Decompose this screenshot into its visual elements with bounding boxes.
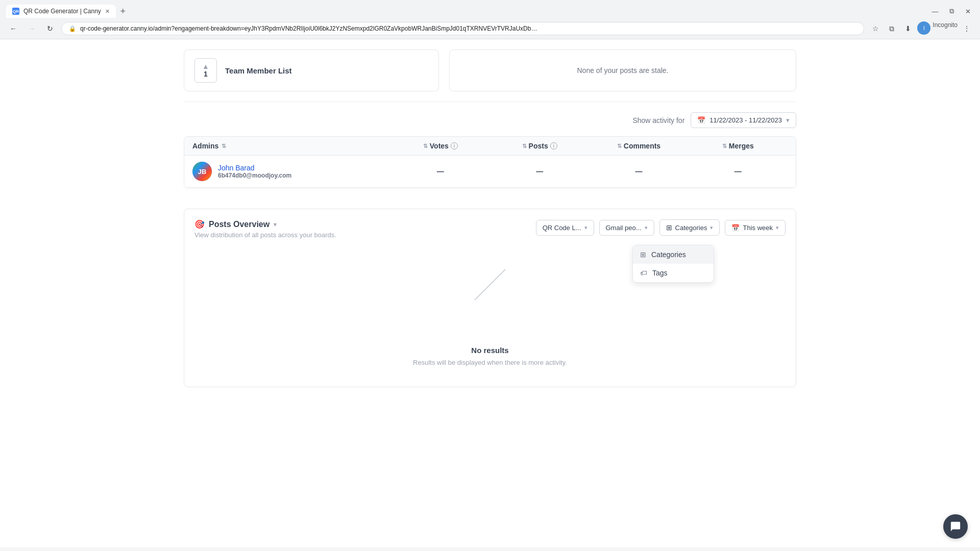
avatar: JB	[192, 162, 212, 181]
reload-button[interactable]: ↻	[43, 21, 57, 36]
col-header-votes: ⇅ Votes i	[391, 142, 490, 150]
no-results-description: Results will be displayed when there is …	[194, 359, 786, 366]
dropdown-tags-label: Tags	[652, 269, 668, 277]
tag-icon: 🏷	[640, 269, 647, 277]
show-activity-label: Show activity for	[632, 116, 684, 124]
tab-close-button[interactable]: ✕	[105, 8, 110, 15]
col-comments-label: Comments	[624, 142, 660, 150]
filter-row: QR Code L... ▾ Gmail peo... ▾ ⊞ Categori…	[536, 219, 786, 236]
top-section: ▲ 1 Team Member List None of your posts …	[184, 39, 796, 102]
close-window-button[interactable]: ✕	[962, 5, 974, 17]
comments-value: —	[589, 167, 688, 176]
profile-button[interactable]: I	[917, 21, 930, 35]
active-tab[interactable]: QR QR Code Generator | Canny ✕	[6, 5, 116, 18]
dropdown-item-categories[interactable]: ⊞ Categories	[633, 245, 714, 264]
browser-toolbar: ← → ↻ 🔒 qr-code-generator.canny.io/admin…	[0, 18, 980, 39]
address-bar[interactable]: 🔒 qr-code-generator.canny.io/admin?engag…	[61, 22, 864, 35]
admin-table-header: Admins ⇅ ⇅ Votes i ⇅ Posts i ⇅	[184, 137, 796, 156]
page-content: ▲ 1 Team Member List None of your posts …	[0, 39, 980, 547]
calendar-small-icon: 📅	[731, 224, 740, 232]
tab-favicon: QR	[12, 8, 19, 15]
col-header-merges: ⇅ Merges	[689, 142, 788, 150]
vote-count: 1	[204, 70, 208, 78]
calendar-icon: 📅	[697, 116, 705, 124]
posts-overview-description: View distribution of all posts across yo…	[194, 231, 336, 239]
svg-text:JB: JB	[198, 168, 207, 176]
downloads-button[interactable]: ⬇	[901, 21, 915, 36]
minimize-button[interactable]: —	[929, 5, 941, 17]
category-filter-chevron-icon: ▾	[710, 224, 713, 231]
upvote-arrow-icon: ▲	[202, 63, 209, 70]
posts-info-icon[interactable]: i	[550, 142, 557, 149]
segment-filter-label: Gmail peo...	[606, 224, 642, 232]
admin-sort-icon[interactable]: ⇅	[222, 143, 226, 149]
dropdown-item-tags[interactable]: 🏷 Tags	[633, 264, 714, 282]
admin-table: Admins ⇅ ⇅ Votes i ⇅ Posts i ⇅	[184, 136, 796, 188]
category-dropdown-menu: ⊞ Categories 🏷 Tags	[632, 245, 714, 283]
col-posts-sort-icon[interactable]: ⇅	[522, 143, 527, 149]
tab-bar: QR QR Code Generator | Canny ✕ +	[6, 4, 130, 18]
address-text: qr-code-generator.canny.io/admin?engagem…	[80, 25, 540, 32]
forward-button[interactable]: →	[24, 21, 39, 36]
chart-svg	[464, 259, 516, 310]
admin-email: 6b474db0@moodjoy.com	[218, 172, 291, 179]
stale-posts-card: None of your posts are stale.	[449, 49, 796, 91]
posts-overview-chevron-icon[interactable]: ▾	[274, 221, 277, 228]
admin-name[interactable]: John Barad	[218, 164, 291, 172]
date-picker-chevron-icon: ▾	[786, 116, 790, 124]
admin-info: JB John Barad 6b474db0@moodjoy.com	[192, 162, 391, 181]
toolbar-actions: ☆ ⧉ ⬇ I Incognito ⋮	[868, 21, 974, 36]
posts-overview-title-area: 🎯 Posts Overview ▾ View distribution of …	[194, 219, 336, 239]
dropdown-categories-label: Categories	[651, 251, 686, 259]
col-merges-sort-icon[interactable]: ⇅	[722, 143, 727, 149]
team-member-card: ▲ 1 Team Member List	[184, 49, 439, 91]
date-range-text: 11/22/2023 - 11/22/2023	[709, 116, 782, 124]
time-filter-button[interactable]: 📅 This week ▾	[725, 220, 786, 236]
stale-message: None of your posts are stale.	[577, 66, 669, 74]
category-filter-label: Categories	[675, 224, 707, 232]
target-icon: 🎯	[194, 219, 205, 229]
activity-section: Show activity for 📅 11/22/2023 - 11/22/2…	[184, 102, 796, 198]
date-picker-button[interactable]: 📅 11/22/2023 - 11/22/2023 ▾	[691, 112, 796, 128]
activity-header: Show activity for 📅 11/22/2023 - 11/22/2…	[184, 112, 796, 128]
restore-button[interactable]: ⧉	[945, 5, 958, 17]
no-results-area: No results Results will be displayed whe…	[194, 325, 786, 377]
board-filter-chevron-icon: ▾	[584, 224, 587, 231]
col-header-posts: ⇅ Posts i	[490, 142, 589, 150]
main-area: ▲ 1 Team Member List None of your posts …	[174, 39, 806, 387]
chat-icon	[950, 521, 961, 532]
categories-grid-icon: ⊞	[640, 251, 646, 259]
browser-titlebar: QR QR Code Generator | Canny ✕ + — ⧉ ✕	[0, 0, 980, 18]
col-admin-label: Admins	[192, 142, 218, 150]
incognito-label: Incognito	[933, 21, 958, 36]
bookmark-star-button[interactable]: ☆	[868, 21, 883, 36]
grid-icon: ⊞	[666, 223, 672, 232]
segment-filter-chevron-icon: ▾	[645, 224, 648, 231]
new-tab-button[interactable]: +	[116, 4, 130, 18]
col-posts-label: Posts	[529, 142, 548, 150]
svg-line-2	[475, 269, 505, 300]
table-row: JB John Barad 6b474db0@moodjoy.com — — —…	[184, 156, 796, 188]
window-controls: — ⧉ ✕	[929, 5, 974, 17]
extensions-button[interactable]: ⧉	[885, 21, 899, 36]
votes-info-icon[interactable]: i	[451, 142, 458, 149]
col-votes-label: Votes	[430, 142, 449, 150]
board-filter-button[interactable]: QR Code L... ▾	[536, 220, 594, 236]
board-filter-label: QR Code L...	[543, 224, 581, 232]
posts-overview-title: Posts Overview	[209, 220, 270, 229]
col-comments-sort-icon[interactable]: ⇅	[617, 143, 622, 149]
col-votes-sort-icon[interactable]: ⇅	[423, 143, 428, 149]
category-filter-button[interactable]: ⊞ Categories ▾	[659, 219, 720, 236]
admin-details: John Barad 6b474db0@moodjoy.com	[218, 164, 291, 179]
menu-button[interactable]: ⋮	[960, 21, 974, 36]
col-header-admin: Admins ⇅	[192, 142, 391, 150]
segment-filter-button[interactable]: Gmail peo... ▾	[599, 220, 654, 236]
chat-support-button[interactable]	[943, 514, 968, 539]
posts-overview-header: 🎯 Posts Overview ▾ View distribution of …	[194, 219, 786, 239]
browser-chrome: QR QR Code Generator | Canny ✕ + — ⧉ ✕ ←…	[0, 0, 980, 39]
posts-overview-section: 🎯 Posts Overview ▾ View distribution of …	[184, 209, 796, 387]
time-filter-chevron-icon: ▾	[776, 224, 779, 231]
tab-title: QR Code Generator | Canny	[23, 8, 101, 15]
back-button[interactable]: ←	[6, 21, 20, 36]
team-member-title[interactable]: Team Member List	[225, 66, 292, 75]
